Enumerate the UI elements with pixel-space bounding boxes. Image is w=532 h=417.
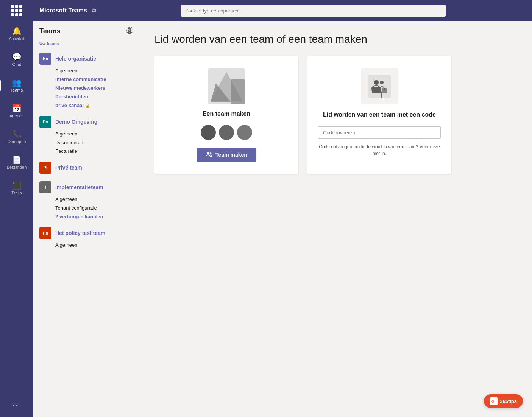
calls-label: Oproepen <box>8 139 26 144</box>
o365-logo-icon: O <box>490 397 498 405</box>
page-title: Lid worden van een team of een team make… <box>154 33 517 45</box>
chat-icon: 💬 <box>12 53 22 61</box>
agenda-label: Agenda <box>9 114 24 118</box>
channel-item[interactable]: Documenten <box>55 138 133 147</box>
team-avatar-prive-team: Pt <box>39 162 51 174</box>
rail-item-chat[interactable]: 💬 Chat <box>0 47 33 73</box>
team-header-prive-team[interactable]: Pt Privé team ··· <box>39 160 133 175</box>
team-avatar-implementatieteam: I <box>39 181 51 193</box>
rail-item-activity[interactable]: 🔔 Activiteit <box>0 21 33 47</box>
join-team-graphic <box>361 68 398 104</box>
content-area: Lid worden van een team of een team make… <box>139 21 532 417</box>
sidebar-title: Teams <box>39 27 61 35</box>
create-team-svg <box>208 68 245 104</box>
rail-more[interactable]: ··· <box>0 396 33 414</box>
channel-item[interactable]: Nieuwe medewerkers <box>55 84 133 92</box>
search-bar[interactable] <box>181 5 446 17</box>
team-avatar-hele-organisatie: Ho <box>39 53 51 65</box>
team-header-demo-omgeving[interactable]: Do Demo Omgeving ··· <box>39 114 133 129</box>
section-label: Uw teams <box>33 40 139 49</box>
team-avatar-demo-omgeving: Do <box>39 116 51 128</box>
badge-label: 365tips <box>500 398 517 404</box>
svg-point-12 <box>380 81 384 84</box>
channel-item[interactable]: 2 verborgen kanalen <box>55 212 133 221</box>
team-name-prive-team: Privé team <box>55 165 124 171</box>
avatar-1 <box>201 125 216 140</box>
create-team-btn-icon <box>206 151 212 158</box>
teams-icon: 👥 <box>12 79 22 86</box>
search-input[interactable] <box>185 8 441 14</box>
svg-rect-8 <box>368 75 391 98</box>
svg-rect-13 <box>372 87 381 93</box>
avatar-row <box>201 125 252 140</box>
team-name-policy-test-team: Het policy test team <box>55 230 124 236</box>
rail-logo <box>0 0 33 21</box>
channel-item[interactable]: Algemeen <box>55 241 133 249</box>
team-item-implementatieteam: I Implementatieteam ··· AlgemeenTenant c… <box>33 177 139 223</box>
avatar-3 <box>237 125 252 140</box>
svg-rect-14 <box>382 88 387 93</box>
channel-item[interactable]: Interne communicatie <box>55 75 133 84</box>
channel-list: AlgemeenDocumentenFacturatie <box>39 129 133 156</box>
team-item-hele-organisatie: Ho Hele organisatie ··· AlgemeenInterne … <box>33 49 139 112</box>
main-content: Lid worden van een team of een team make… <box>139 21 532 417</box>
team-header-hele-organisatie[interactable]: Ho Hele organisatie ··· <box>39 51 133 66</box>
team-item-demo-omgeving: Do Demo Omgeving ··· AlgemeenDocumentenF… <box>33 112 139 158</box>
icon-rail: 🔔 Activiteit 💬 Chat 👥 Teams 📅 Agenda 📞 O… <box>0 0 33 417</box>
sidebar: Teams ⛇ Uw teams Ho Hele organisatie ···… <box>33 21 139 417</box>
svg-rect-3 <box>231 79 245 104</box>
sidebar-header: Teams ⛇ <box>33 21 139 40</box>
cards-row: Een team maken <box>154 56 517 174</box>
join-team-icon <box>361 68 398 104</box>
files-label: Bestanden <box>7 165 27 170</box>
team-name-implementatieteam: Implementatieteam <box>55 184 124 190</box>
rail-item-trello[interactable]: ⬛ Trello <box>0 176 33 201</box>
channel-item[interactable]: Facturatie <box>55 147 133 156</box>
create-team-btn-label: Team maken <box>215 152 247 158</box>
team-avatar-policy-test-team: Hp <box>39 227 51 239</box>
new-window-icon[interactable]: ⧉ <box>92 7 96 14</box>
join-team-card: Lid worden van een team met een code Cod… <box>307 56 451 174</box>
svg-point-4 <box>207 152 209 154</box>
team-item-policy-test-team: Hp Het policy test team ··· Algemeen <box>33 223 139 252</box>
teams-list: Ho Hele organisatie ··· AlgemeenInterne … <box>33 49 139 252</box>
team-header-implementatieteam[interactable]: I Implementatieteam ··· <box>39 180 133 195</box>
badge-365[interactable]: O 365tips <box>484 394 523 408</box>
rail-item-calls[interactable]: 📞 Oproepen <box>0 124 33 150</box>
filter-icon[interactable]: ⛇ <box>126 27 133 35</box>
channel-list: Algemeen <box>39 241 133 249</box>
code-input[interactable] <box>318 126 441 139</box>
team-name-demo-omgeving: Demo Omgeving <box>55 119 124 125</box>
code-hint: Code ontvangen om lid te worden van een … <box>318 143 441 157</box>
rail-item-files[interactable]: 📄 Bestanden <box>0 150 33 176</box>
channel-item[interactable]: Algemeen <box>55 195 133 204</box>
create-team-card: Een team maken <box>154 56 298 174</box>
rail-item-agenda[interactable]: 📅 Agenda <box>0 98 33 124</box>
activity-icon: 🔔 <box>12 27 22 35</box>
app-title: Microsoft Teams <box>39 7 87 14</box>
team-item-prive-team: Pt Privé team ··· <box>33 158 139 177</box>
calls-icon: 📞 <box>12 130 22 138</box>
join-icon-svg <box>368 75 391 98</box>
channel-item[interactable]: Algemeen <box>55 129 133 138</box>
create-team-title: Een team maken <box>203 110 250 117</box>
teams-label: Teams <box>11 88 23 92</box>
svg-text:O: O <box>491 400 494 403</box>
channel-item[interactable]: Tenant configuratie <box>55 204 133 212</box>
activity-label: Activiteit <box>9 36 25 41</box>
trello-label: Trello <box>11 191 22 195</box>
join-team-title: Lid worden van een team met een code <box>323 110 436 119</box>
channel-item[interactable]: Algemeen <box>55 66 133 75</box>
channel-item[interactable]: privé kanaal 🔒 <box>55 101 133 110</box>
team-name-hele-organisatie: Hele organisatie <box>55 56 124 62</box>
chat-label: Chat <box>12 62 21 67</box>
lock-icon: 🔒 <box>85 103 90 108</box>
channel-item[interactable]: Persberichten <box>55 92 133 101</box>
trello-icon: ⬛ <box>12 182 22 189</box>
rail-item-teams[interactable]: 👥 Teams <box>0 73 33 98</box>
avatar-2 <box>219 125 234 140</box>
create-team-button[interactable]: Team maken <box>197 148 256 162</box>
svg-point-11 <box>374 80 379 85</box>
channel-list: AlgemeenTenant configuratie2 verborgen k… <box>39 195 133 221</box>
team-header-policy-test-team[interactable]: Hp Het policy test team ··· <box>39 226 133 241</box>
